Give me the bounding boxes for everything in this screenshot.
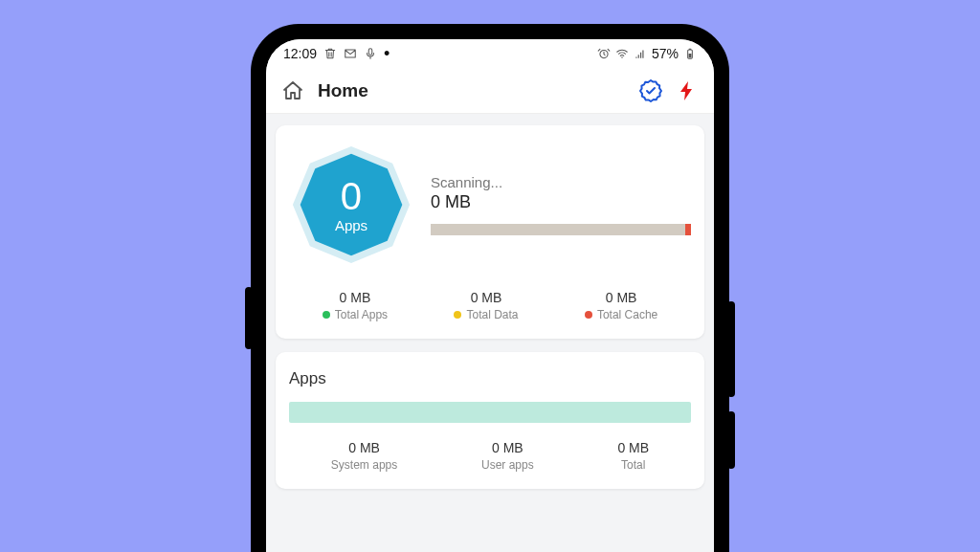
scan-progress-cap (685, 224, 691, 235)
user-apps-stat: 0 MB User apps (481, 440, 534, 472)
total-apps-label: Total Apps (335, 308, 388, 321)
apps-usage-bar (289, 402, 691, 423)
total-apps-value: 0 MB (323, 290, 388, 305)
apps-count-label: Apps (335, 217, 368, 233)
page-title: Home (318, 80, 626, 101)
total-cache-value: 0 MB (585, 290, 657, 305)
app-header: Home (266, 68, 714, 114)
scan-status: Scanning... (431, 174, 691, 190)
bolt-icon[interactable] (676, 79, 699, 102)
scan-size: 0 MB (431, 192, 691, 212)
svg-rect-4 (689, 54, 692, 57)
total-apps2-value: 0 MB (617, 440, 649, 455)
total-cache-stat: 0 MB Total Cache (585, 290, 657, 321)
apps-card: Apps 0 MB System apps 0 MB User apps 0 M… (276, 352, 704, 489)
dot-icon (454, 311, 461, 319)
gmail-icon (344, 47, 357, 60)
status-bar: 12:09 • (266, 39, 714, 68)
trash-icon (323, 47, 337, 60)
alarm-icon (597, 47, 611, 60)
svg-rect-3 (689, 49, 691, 50)
total-apps-stat: 0 MB Total Apps (323, 290, 388, 321)
content-area: 0 Apps Scanning... 0 MB 0 MB (266, 114, 714, 552)
apps-count-badge[interactable]: 0 Apps (289, 143, 413, 267)
total-data-value: 0 MB (454, 290, 518, 305)
summary-totals: 0 MB Total Apps 0 MB Total Data 0 MB Tot… (289, 290, 691, 321)
dot-icon (585, 311, 592, 319)
system-apps-label: System apps (331, 458, 397, 472)
mic-icon (364, 47, 377, 60)
summary-card: 0 Apps Scanning... 0 MB 0 MB (276, 125, 704, 339)
apps-totals: 0 MB System apps 0 MB User apps 0 MB Tot… (289, 440, 691, 472)
status-time: 12:09 (283, 46, 317, 61)
user-apps-label: User apps (481, 458, 534, 472)
total-data-label: Total Data (466, 308, 518, 321)
system-apps-stat: 0 MB System apps (331, 440, 397, 472)
total-apps2-label: Total (621, 458, 645, 472)
scan-progress-bar (431, 224, 691, 235)
total-apps2-stat: 0 MB Total (617, 440, 649, 472)
wifi-icon (615, 47, 629, 60)
apps-section-title: Apps (289, 369, 691, 388)
user-apps-value: 0 MB (481, 440, 534, 455)
dot-icon (323, 311, 330, 319)
home-icon[interactable] (281, 79, 304, 102)
signal-icon (634, 47, 647, 60)
total-cache-label: Total Cache (597, 308, 657, 321)
verified-gear-icon[interactable] (639, 79, 662, 102)
apps-count-value: 0 (335, 177, 368, 215)
battery-pct: 57% (652, 46, 679, 61)
battery-icon (683, 47, 697, 60)
total-data-stat: 0 MB Total Data (454, 290, 518, 321)
svg-point-1 (621, 56, 623, 58)
system-apps-value: 0 MB (331, 440, 397, 455)
